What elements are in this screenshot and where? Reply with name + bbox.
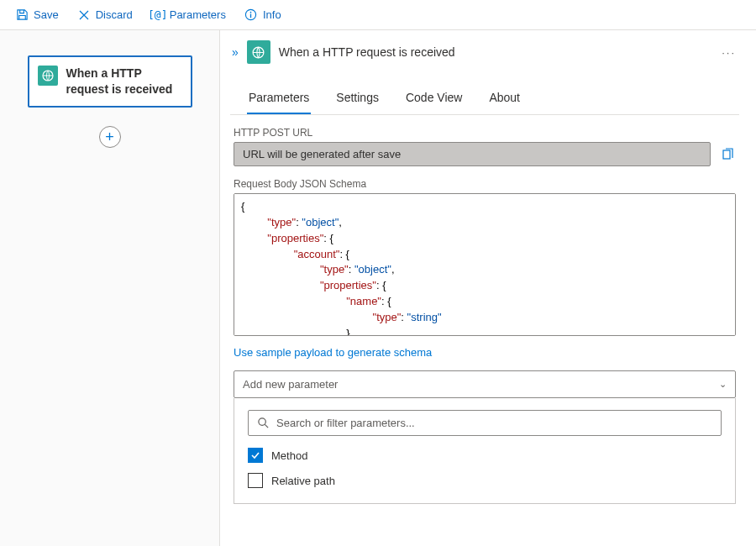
option-method-label: Method xyxy=(271,449,307,462)
parameter-search-input[interactable] xyxy=(276,417,712,429)
search-icon xyxy=(257,417,270,429)
add-step-button[interactable]: + xyxy=(99,126,121,148)
http-trigger-icon xyxy=(247,40,270,64)
option-relative-label: Relative path xyxy=(271,475,335,487)
tab-about[interactable]: About xyxy=(487,86,522,114)
toolbar: Save Discard [@] Parameters Info xyxy=(0,0,756,30)
parameter-search[interactable] xyxy=(248,410,722,436)
tab-settings[interactable]: Settings xyxy=(334,86,381,114)
collapse-icon[interactable]: » xyxy=(232,45,239,59)
http-url-label: HTTP POST URL xyxy=(234,127,736,139)
schema-editor[interactable]: { "type": "object", "properties": { "acc… xyxy=(234,193,736,336)
http-trigger-icon xyxy=(38,66,58,86)
x-icon xyxy=(77,8,91,22)
option-relative-path[interactable]: Relative path xyxy=(248,473,722,488)
parameters-label: Parameters xyxy=(170,8,226,21)
panel-header: » When a HTTP request is received ··· xyxy=(230,40,739,64)
add-parameter-label: Add new parameter xyxy=(243,378,338,391)
info-button[interactable]: Info xyxy=(236,5,290,25)
designer-canvas: When a HTTP request is received + xyxy=(0,30,220,546)
svg-rect-5 xyxy=(723,150,730,159)
chevron-down-icon: ⌄ xyxy=(719,379,727,390)
details-panel: » When a HTTP request is received ··· Pa… xyxy=(220,30,756,546)
info-label: Info xyxy=(263,8,281,21)
schema-label: Request Body JSON Schema xyxy=(234,178,736,190)
svg-point-1 xyxy=(250,12,252,13)
checkbox-checked-icon xyxy=(248,448,263,463)
svg-line-7 xyxy=(265,424,268,428)
discard-label: Discard xyxy=(96,8,133,21)
parameter-options-panel: Method Relative path xyxy=(234,398,736,504)
info-icon xyxy=(244,8,258,22)
option-method[interactable]: Method xyxy=(248,448,722,463)
tab-code-view[interactable]: Code View xyxy=(404,86,464,114)
save-label: Save xyxy=(34,8,59,21)
checkbox-unchecked-icon xyxy=(248,473,263,488)
trigger-card-label: When a HTTP request is received xyxy=(66,66,182,97)
svg-point-6 xyxy=(259,418,265,425)
tab-parameters[interactable]: Parameters xyxy=(247,86,311,114)
save-button[interactable]: Save xyxy=(7,5,67,25)
tabs: Parameters Settings Code View About xyxy=(230,86,739,115)
save-icon xyxy=(15,8,29,22)
copy-url-button[interactable] xyxy=(719,146,736,163)
trigger-card[interactable]: When a HTTP request is received xyxy=(28,55,192,108)
main-layout: When a HTTP request is received + » When… xyxy=(0,30,756,546)
form-area: HTTP POST URL URL will be generated afte… xyxy=(230,115,739,546)
more-menu-button[interactable]: ··· xyxy=(718,46,739,59)
sample-payload-link[interactable]: Use sample payload to generate schema xyxy=(234,346,432,359)
svg-rect-2 xyxy=(250,14,251,18)
parameters-icon: [@] xyxy=(151,8,165,22)
panel-title: When a HTTP request is received xyxy=(279,45,455,59)
parameters-button[interactable]: [@] Parameters xyxy=(143,5,234,25)
add-parameter-dropdown[interactable]: Add new parameter ⌄ xyxy=(234,370,736,398)
discard-button[interactable]: Discard xyxy=(69,5,141,25)
http-url-field: URL will be generated after save xyxy=(234,142,711,166)
